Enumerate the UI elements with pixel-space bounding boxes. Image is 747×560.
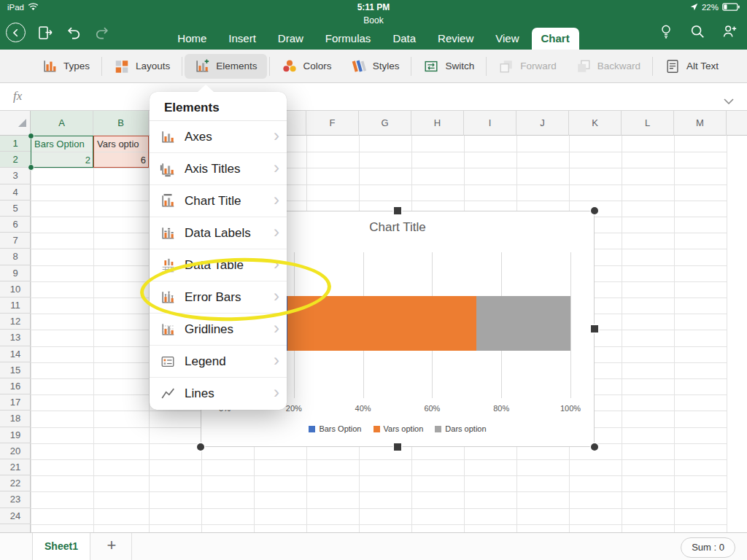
column-header-i[interactable]: I (464, 111, 516, 136)
toolbar-colors[interactable]: Colors (272, 54, 341, 79)
chart-colors-icon (282, 58, 298, 74)
legend-label: Vars option (384, 424, 424, 433)
search-button[interactable] (689, 23, 705, 39)
cell-a2[interactable]: 2 (31, 152, 93, 168)
backward-icon (576, 58, 592, 74)
toolbar-elements[interactable]: Elements (185, 54, 266, 79)
row-header-9[interactable]: 9 (0, 265, 31, 281)
column-header-f[interactable]: F (306, 111, 359, 136)
tab-data[interactable]: Data (383, 28, 425, 50)
row-header-16[interactable]: 16 (0, 378, 31, 394)
row-header-6[interactable]: 6 (0, 217, 31, 233)
column-header-j[interactable]: J (516, 111, 569, 136)
row-header-19[interactable]: 19 (0, 427, 31, 443)
tab-home[interactable]: Home (168, 28, 216, 50)
column-header-a[interactable]: A (31, 111, 93, 136)
row-header-10[interactable]: 10 (0, 281, 31, 298)
menu-item-data-labels[interactable]: Data Labels› (150, 217, 287, 249)
gridlines-icon (160, 322, 176, 338)
chart-resize-handle[interactable] (591, 207, 598, 214)
sheet-tab-sheet1[interactable]: Sheet1 (32, 533, 90, 560)
column-header-g[interactable]: G (359, 111, 411, 136)
gridline (31, 136, 31, 532)
chart-legend: Bars OptionVars optionDars option (201, 424, 594, 433)
share-people-button[interactable] (721, 23, 738, 39)
toolbar-alt-text[interactable]: Alt Text (655, 54, 728, 79)
chevron-down-icon[interactable] (724, 94, 734, 107)
row-header-3[interactable]: 3 (0, 168, 31, 184)
menu-item-axis-titles[interactable]: Axis Titles› (150, 153, 287, 185)
column-header-k[interactable]: K (569, 111, 622, 136)
toolbar-label: Backward (597, 61, 640, 71)
add-sheet-button[interactable]: + (101, 533, 123, 560)
chart-resize-handle[interactable] (591, 325, 598, 332)
row-header-15[interactable]: 15 (0, 362, 31, 378)
chart-resize-handle[interactable] (394, 207, 401, 214)
row-header-8[interactable]: 8 (0, 249, 31, 265)
tab-insert[interactable]: Insert (219, 28, 266, 50)
row-header-2[interactable]: 2 (0, 152, 31, 168)
chart-resize-handle[interactable] (394, 443, 401, 451)
menu-item-error-bars[interactable]: Error Bars› (150, 281, 287, 314)
row-header-12[interactable]: 12 (0, 314, 31, 330)
chart-resize-handle[interactable] (591, 443, 598, 451)
menu-item-label: Chart Title (185, 194, 274, 209)
row-header-7[interactable]: 7 (0, 233, 31, 249)
menu-item-lines[interactable]: Lines› (150, 378, 287, 410)
selection-handle-dot[interactable] (28, 133, 34, 139)
row-header-21[interactable]: 21 (0, 459, 31, 475)
selection-handle-dot[interactable] (28, 164, 34, 171)
bar-segment-dars-option[interactable] (476, 296, 570, 351)
formula-bar[interactable]: fx (0, 83, 747, 111)
row-header-22[interactable]: 22 (0, 475, 31, 491)
bar-segment-vars-option[interactable] (287, 296, 476, 351)
toolbar-types[interactable]: Types (32, 54, 99, 79)
row-header-20[interactable]: 20 (0, 443, 31, 459)
toolbar-switch[interactable]: Switch (414, 54, 484, 79)
row-header-13[interactable]: 13 (0, 330, 31, 346)
column-header-h[interactable]: H (411, 111, 464, 136)
menu-item-legend[interactable]: Legend› (150, 346, 287, 378)
toolbar-label: Types (63, 61, 90, 71)
row-header-18[interactable]: 18 (0, 411, 31, 427)
toolbar-layouts[interactable]: Layouts (104, 54, 179, 79)
cell-b2[interactable]: 6 (94, 152, 149, 168)
menu-item-data-table[interactable]: Data Table› (150, 249, 287, 281)
menu-item-chart-title[interactable]: Chart Title› (150, 185, 287, 217)
sum-status[interactable]: Sum : 0 (681, 537, 735, 558)
menu-item-axes[interactable]: Axes› (150, 121, 287, 153)
row-header-1[interactable]: 1 (0, 136, 31, 152)
row-header-23[interactable]: 23 (0, 491, 31, 508)
column-header-m[interactable]: M (674, 111, 727, 136)
row-header-14[interactable]: 14 (0, 346, 31, 362)
menu-item-label: Axes (185, 130, 274, 144)
forward-icon (498, 58, 514, 74)
row-header-4[interactable]: 4 (0, 184, 31, 201)
column-header-b[interactable]: B (93, 111, 149, 136)
cell-a1[interactable]: Bars Option (31, 136, 93, 152)
row-header-24[interactable]: 24 (0, 508, 31, 524)
chart-types-icon (42, 58, 58, 74)
document-title: Book (0, 15, 747, 26)
column-header-l[interactable]: L (622, 111, 674, 136)
toolbar-styles[interactable]: Styles (341, 54, 409, 79)
row-header-17[interactable]: 17 (0, 394, 31, 411)
tab-view[interactable]: View (486, 28, 528, 50)
tab-draw[interactable]: Draw (268, 28, 313, 50)
legend-label: Dars option (445, 424, 486, 433)
row-header-5[interactable]: 5 (0, 201, 31, 217)
select-all-corner[interactable] (0, 111, 31, 136)
menu-item-gridlines[interactable]: Gridlines› (150, 314, 287, 346)
axis-titles-icon (160, 161, 176, 177)
ideas-button[interactable] (658, 23, 674, 40)
tab-formulas[interactable]: Formulas (316, 28, 381, 50)
x-axis-tick-label: 40% (355, 404, 371, 413)
chart-resize-handle[interactable] (197, 443, 204, 451)
chevron-right-icon: › (274, 255, 279, 273)
spreadsheet-grid[interactable]: Chart Title 0%20%40%60%80%100% Bars Opti… (0, 111, 747, 532)
row-header-11[interactable]: 11 (0, 298, 31, 314)
cell-b1[interactable]: Vars optio (94, 136, 149, 152)
chevron-right-icon: › (274, 287, 279, 305)
tab-chart[interactable]: Chart (532, 28, 579, 50)
tab-review[interactable]: Review (428, 28, 483, 50)
